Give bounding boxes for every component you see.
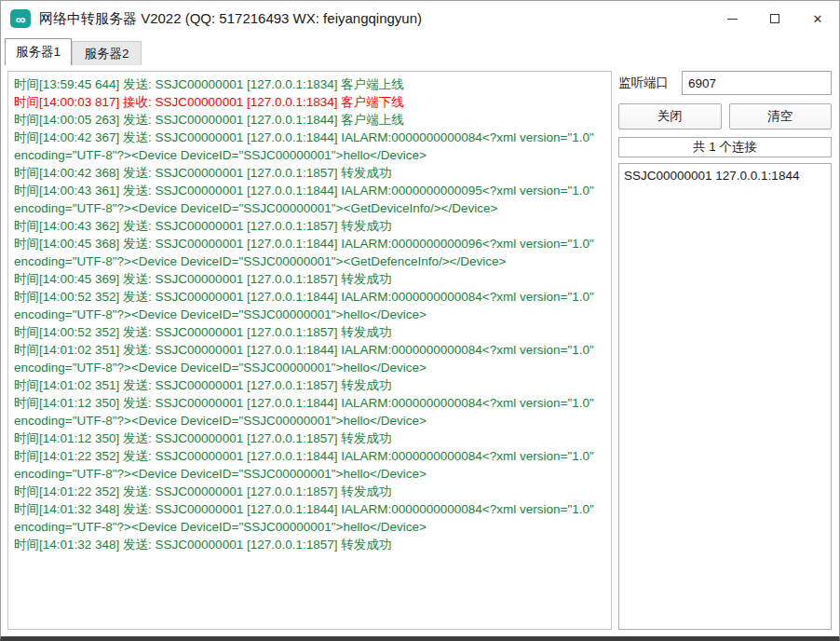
log-entry: 时间[14:01:12 350] 发送: SSJC00000001 [127.0…	[14, 430, 603, 447]
title-bar: ∞ 网络中转服务器 V2022 (QQ: 517216493 WX: feiya…	[1, 1, 839, 36]
log-entry: 时间[14:00:42 368] 发送: SSJC00000001 [127.0…	[14, 164, 603, 182]
close-button[interactable]: ✕	[796, 1, 839, 36]
window-title: 网络中转服务器 V2022 (QQ: 517216493 WX: feiyang…	[39, 10, 422, 28]
app-window: ∞ 网络中转服务器 V2022 (QQ: 517216493 WX: feiya…	[0, 0, 840, 641]
minimize-button[interactable]	[711, 1, 753, 36]
connection-list-item[interactable]: SSJC00000001 127.0.0.1:1844	[624, 167, 826, 184]
log-entry: 时间[14:01:22 352] 发送: SSJC00000001 [127.0…	[14, 483, 603, 500]
log-entry: 时间[14:00:42 367] 发送: SSJC00000001 [127.0…	[14, 129, 603, 164]
tab-server1[interactable]: 服务器1	[5, 38, 72, 65]
button-row: 关闭 清空	[618, 103, 832, 130]
port-row: 监听端口	[618, 71, 832, 95]
log-entry: 时间[14:00:45 368] 发送: SSJC00000001 [127.0…	[14, 235, 603, 270]
window-controls: ✕	[711, 1, 839, 36]
log-entry: 时间[14:00:52 352] 发送: SSJC00000001 [127.0…	[14, 323, 603, 341]
log-entry: 时间[14:00:43 361] 发送: SSJC00000001 [127.0…	[14, 182, 603, 217]
tab-bar: 服务器1 服务器2	[1, 36, 839, 65]
log-entry: 时间[14:00:05 263] 发送: SSJC00000001 [127.0…	[14, 111, 603, 129]
log-entry: 时间[13:59:45 644] 发送: SSJC00000001 [127.0…	[14, 75, 603, 93]
app-icon: ∞	[10, 9, 31, 28]
log-entry: 时间[14:00:45 369] 发送: SSJC00000001 [127.0…	[14, 270, 603, 288]
log-area[interactable]: 时间[13:59:45 644] 发送: SSJC00000001 [127.0…	[7, 71, 612, 630]
connection-list[interactable]: SSJC00000001 127.0.0.1:1844	[618, 163, 832, 630]
log-entry: 时间[14:01:02 351] 发送: SSJC00000001 [127.0…	[14, 376, 603, 394]
close-icon: ✕	[813, 13, 823, 25]
log-entry: 时间[14:00:43 362] 发送: SSJC00000001 [127.0…	[14, 217, 603, 235]
minimize-icon	[727, 19, 738, 20]
log-entry: 时间[14:00:03 817] 接收: SSJC00000001 [127.0…	[14, 93, 603, 111]
connection-count-label: 共 1 个连接	[618, 137, 832, 157]
tab-server2[interactable]: 服务器2	[72, 41, 142, 65]
maximize-icon	[770, 14, 779, 23]
control-panel: 监听端口 关闭 清空 共 1 个连接 SSJC00000001 127.0.0.…	[618, 71, 832, 630]
maximize-button[interactable]	[753, 1, 796, 36]
log-entry: 时间[14:01:02 351] 发送: SSJC00000001 [127.0…	[14, 341, 603, 376]
log-entry: 时间[14:01:32 348] 发送: SSJC00000001 [127.0…	[14, 536, 603, 553]
close-server-button[interactable]: 关闭	[618, 103, 722, 130]
listen-port-label: 监听端口	[618, 75, 669, 91]
log-entry: 时间[14:01:22 352] 发送: SSJC00000001 [127.0…	[14, 447, 603, 483]
listen-port-input[interactable]	[682, 71, 832, 95]
log-entry: 时间[14:01:12 350] 发送: SSJC00000001 [127.0…	[14, 394, 603, 430]
clear-log-button[interactable]: 清空	[729, 103, 833, 130]
tab-page-server1: 时间[13:59:45 644] 发送: SSJC00000001 [127.0…	[1, 65, 839, 636]
log-entry: 时间[14:01:32 348] 发送: SSJC00000001 [127.0…	[14, 500, 603, 536]
log-entry: 时间[14:00:52 352] 发送: SSJC00000001 [127.0…	[14, 288, 603, 323]
